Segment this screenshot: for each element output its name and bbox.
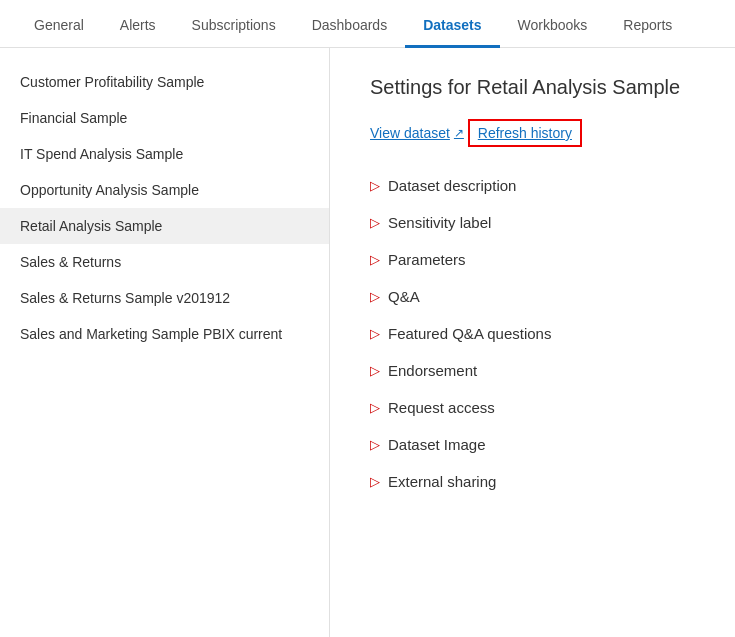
accordion-item-label: Q&A [388, 288, 420, 305]
sidebar-item[interactable]: Sales and Marketing Sample PBIX current [0, 316, 329, 352]
accordion-item[interactable]: ▷Dataset Image [370, 426, 695, 463]
accordion-arrow-icon: ▷ [370, 215, 380, 230]
accordion-arrow-icon: ▷ [370, 289, 380, 304]
accordion-arrow-icon: ▷ [370, 326, 380, 341]
tab-datasets[interactable]: Datasets [405, 5, 499, 48]
accordion-arrow-icon: ▷ [370, 400, 380, 415]
accordion-item-label: Request access [388, 399, 495, 416]
content-title: Settings for Retail Analysis Sample [370, 76, 695, 99]
view-dataset-link[interactable]: View dataset ↗ [370, 125, 464, 141]
top-nav: GeneralAlertsSubscriptionsDashboardsData… [0, 0, 735, 48]
sidebar-item[interactable]: Sales & Returns [0, 244, 329, 280]
accordion-arrow-icon: ▷ [370, 252, 380, 267]
tab-dashboards[interactable]: Dashboards [294, 5, 406, 48]
accordion-item[interactable]: ▷Endorsement [370, 352, 695, 389]
tab-subscriptions[interactable]: Subscriptions [174, 5, 294, 48]
refresh-history-button[interactable]: Refresh history [468, 119, 582, 147]
accordion-arrow-icon: ▷ [370, 437, 380, 452]
tab-reports[interactable]: Reports [605, 5, 690, 48]
tab-alerts[interactable]: Alerts [102, 5, 174, 48]
sidebar: Customer Profitability SampleFinancial S… [0, 48, 330, 637]
accordion-arrow-icon: ▷ [370, 363, 380, 378]
accordion-item-label: Parameters [388, 251, 466, 268]
accordion-item[interactable]: ▷Parameters [370, 241, 695, 278]
accordion-item[interactable]: ▷Dataset description [370, 167, 695, 204]
accordion-item[interactable]: ▷Sensitivity label [370, 204, 695, 241]
accordion-item-label: Sensitivity label [388, 214, 491, 231]
accordion-list: ▷Dataset description▷Sensitivity label▷P… [370, 167, 695, 500]
sidebar-item[interactable]: Opportunity Analysis Sample [0, 172, 329, 208]
tab-workbooks[interactable]: Workbooks [500, 5, 606, 48]
accordion-item[interactable]: ▷Featured Q&A questions [370, 315, 695, 352]
accordion-item-label: Endorsement [388, 362, 477, 379]
sidebar-item[interactable]: Financial Sample [0, 100, 329, 136]
content-area: Settings for Retail Analysis Sample View… [330, 48, 735, 637]
external-link-icon: ↗ [454, 126, 464, 140]
accordion-item[interactable]: ▷External sharing [370, 463, 695, 500]
accordion-item-label: External sharing [388, 473, 496, 490]
sidebar-item[interactable]: Retail Analysis Sample [0, 208, 329, 244]
sidebar-item[interactable]: Sales & Returns Sample v201912 [0, 280, 329, 316]
sidebar-item[interactable]: IT Spend Analysis Sample [0, 136, 329, 172]
accordion-item[interactable]: ▷Q&A [370, 278, 695, 315]
accordion-item-label: Dataset Image [388, 436, 486, 453]
view-dataset-label: View dataset [370, 125, 450, 141]
tab-general[interactable]: General [16, 5, 102, 48]
accordion-arrow-icon: ▷ [370, 178, 380, 193]
accordion-arrow-icon: ▷ [370, 474, 380, 489]
accordion-item[interactable]: ▷Request access [370, 389, 695, 426]
accordion-item-label: Featured Q&A questions [388, 325, 551, 342]
accordion-item-label: Dataset description [388, 177, 516, 194]
main-layout: Customer Profitability SampleFinancial S… [0, 48, 735, 637]
sidebar-item[interactable]: Customer Profitability Sample [0, 64, 329, 100]
